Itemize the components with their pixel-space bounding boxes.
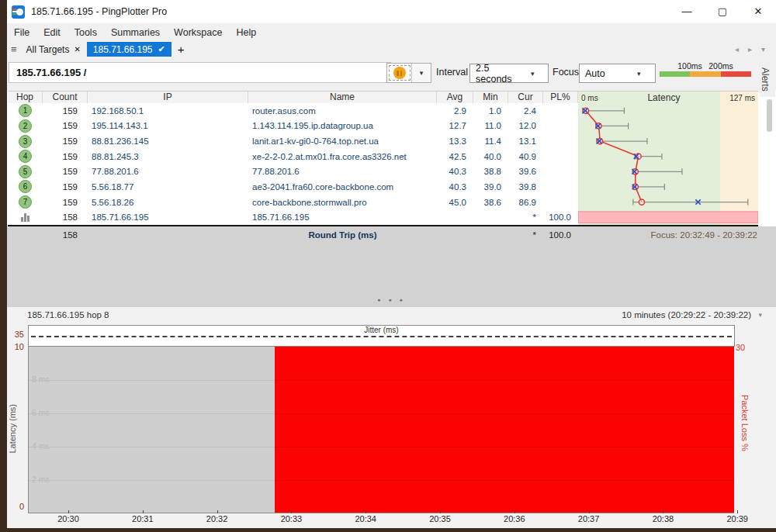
jitter-graph-label: Jitter (ms) [29,326,734,334]
cell-cur: 2.4 [508,106,543,116]
close-button[interactable]: ✕ [740,0,776,23]
column-header-min[interactable]: Min [473,92,508,104]
time-tick-label: 20:35 [429,514,451,523]
latency-scale-title: Latency [598,92,730,104]
menu-file[interactable]: File [7,27,36,38]
cell-min: 11.4 [473,136,508,146]
cell-min: 1.0 [473,106,508,116]
tab-scroll-right-icon[interactable]: ▸ [748,45,752,54]
cell-name: ae3-2041.fra60.core-backbone.com [248,182,437,192]
tab-all-targets[interactable]: All Targets ✕ [20,42,87,57]
hop-number-badge: 5 [19,165,32,178]
maximize-button[interactable]: ▢ [705,0,740,23]
latency-timeline-plot[interactable]: 8 ms 6 ms 4 ms 2 ms [28,347,734,513]
column-header-hop[interactable]: Hop [8,92,43,104]
menu-tools[interactable]: Tools [68,27,104,38]
cell-count: 159 [43,106,88,116]
menu-workspace[interactable]: Workspace [167,27,229,38]
menu-edit[interactable]: Edit [36,27,68,38]
latency-scale-max: 127 ms [729,92,758,104]
menu-bar: File Edit Tools Summaries Workspace Help [7,23,776,41]
jitter-ymax-label: 35 [12,330,24,339]
checkmark-icon: ✔ [158,44,165,54]
latency-axis-label: Latency (ms) [8,404,17,454]
column-header-latency[interactable]: 0 ms Latency 127 ms [578,92,758,104]
time-tick-label: 20:39 [726,514,748,523]
time-tick-label: 20:34 [355,514,376,523]
cell-count: 159 [43,136,88,146]
packet-loss-region [275,347,734,513]
trace-rows: 1159192.168.50.1router.asus.com2.91.02.4… [8,103,758,226]
alerts-side-tab[interactable]: Alerts [760,61,775,97]
interval-label: Interval [436,67,468,78]
cell-avg: 40.3 [437,182,473,192]
gridline-8ms: 8 ms [32,375,50,384]
menu-help[interactable]: Help [229,27,263,38]
column-header-cur[interactable]: Cur [508,92,543,104]
tab-list-icon[interactable]: ▾ [761,45,765,54]
jitter-graph[interactable]: Jitter (ms) [28,325,735,347]
gridline-2ms: 2 ms [32,475,50,484]
footer-packet-loss: 100.0 [543,230,578,240]
chevron-down-icon[interactable]: ▾ [758,311,762,319]
window-title: 185.71.66.195 - PingPlotter Pro [31,6,167,17]
time-tick-label: 20:33 [281,514,303,523]
hamburger-icon[interactable]: ≡ [11,43,17,55]
new-tab-button[interactable]: + [171,43,191,56]
side-scrollbar-thumb[interactable] [767,99,772,132]
cell-count: 159 [43,198,88,207]
cell-count: 159 [43,152,88,161]
cell-name: 185.71.66.195 [248,212,437,222]
cell-name: 77.88.201.6 [248,167,437,176]
cell-min: 40.0 [473,152,508,161]
cell-count: 159 [43,167,88,176]
pause-dropdown-button[interactable]: ▾ [412,64,431,82]
cell-cur: 39.8 [508,182,543,192]
cell-name: 1.143.114.195.ip.datagroup.ua [248,121,437,130]
cell-min: 11.0 [473,121,508,130]
cell-ip: 5.56.18.26 [88,198,248,207]
tab-scroll-left-icon[interactable]: ◂ [735,45,739,54]
cell-cur: 39.6 [508,167,543,176]
cell-ip: 88.81.245.3 [88,152,248,161]
tab-active-target[interactable]: 185.71.66.195 ✔ [87,42,171,57]
cell-avg: 40.3 [437,167,473,176]
packet-loss-axis-label: Packet Loss % [740,395,750,451]
cell-count: 159 [43,121,88,130]
footer-count: 158 [43,230,88,240]
pause-control: ▾ [386,63,431,83]
close-tab-icon[interactable]: ✕ [74,45,80,54]
hop-number-badge: 3 [19,135,32,148]
pause-button[interactable] [387,64,412,82]
gridline-6ms: 6 ms [32,408,50,417]
cell-name: router.asus.com [248,106,437,116]
hop-number-badge: 7 [19,195,32,209]
cell-ip: 192.168.50.1 [88,106,248,116]
hop-number-badge: 4 [19,150,32,163]
focus-range-label: Focus: 20:32:49 - 20:39:22 [578,230,776,240]
column-header-count[interactable]: Count [43,92,88,104]
time-range-selector[interactable]: 10 minutes (20:29:22 - 20:39:22) [622,310,751,320]
menu-summaries[interactable]: Summaries [104,27,167,38]
column-header-ip[interactable]: IP [88,92,248,104]
cell-avg: 12.7 [437,121,473,130]
cell-ip: 77.88.201.6 [88,167,248,176]
legend-gradient-bar [660,71,751,77]
focus-select[interactable]: Auto ▾ [579,64,656,83]
column-header-name[interactable]: Name [248,92,437,104]
interval-select[interactable]: 2.5 seconds ▾ [469,64,549,83]
pane-splitter-handle[interactable]: ● ● ● [7,295,776,305]
chevron-down-icon: ▾ [512,70,548,78]
legend-100ms-label: 100ms [677,61,702,71]
round-trip-row[interactable]: 158 Round Trip (ms) * 100.0 Focus: 20:32… [7,226,776,243]
minimize-button[interactable]: — [669,0,705,23]
cell-avg: 2.9 [437,106,473,116]
column-header-pl[interactable]: PL% [543,92,578,104]
cell-cur: 13.1 [508,136,543,146]
target-input[interactable]: 185.71.66.195 / [9,62,391,83]
legend-green-segment [660,71,690,77]
column-header-avg[interactable]: Avg [437,92,473,104]
cell-avg: 42.5 [437,152,473,161]
legend-200ms-label: 200ms [708,61,733,71]
chevron-down-icon: ▾ [420,69,424,77]
